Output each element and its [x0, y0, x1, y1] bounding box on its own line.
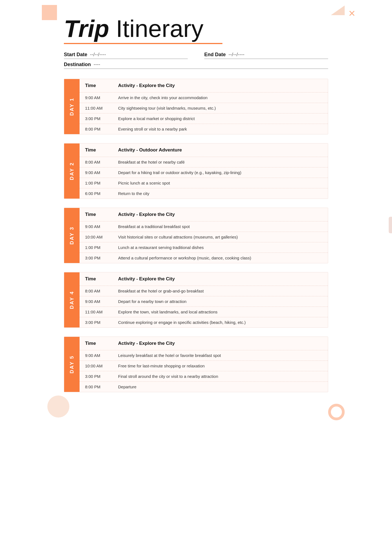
- activity-cell-5-2: Free time for last-minute shopping or re…: [118, 364, 322, 368]
- end-date-value: --/--/----: [228, 52, 244, 58]
- end-date-label: End Date: [204, 52, 226, 58]
- activity-cell-3-2: Visit historical sites or cultural attra…: [118, 235, 322, 239]
- time-cell-2-2: 9:00 AM: [85, 170, 118, 175]
- deco-x: ✕: [348, 8, 356, 19]
- day-row-4-3: 11:00 AMExplore the town, visit landmark…: [80, 307, 328, 317]
- activity-header-4: Activity - Explore the City: [118, 276, 322, 282]
- day-row-3-2: 10:00 AMVisit historical sites or cultur…: [80, 232, 328, 242]
- day-label-5: DAY 5: [64, 337, 80, 392]
- end-date-field[interactable]: End Date --/--/----: [204, 52, 328, 59]
- activity-cell-1-4: Evening stroll or visit to a nearby park: [118, 127, 322, 131]
- time-cell-3-4: 3:00 PM: [85, 256, 118, 260]
- activity-cell-5-4: Departure: [118, 384, 322, 389]
- time-cell-1-3: 3:00 PM: [85, 116, 118, 121]
- day-header-row-3: TimeActivity - Explore the City: [80, 208, 328, 221]
- activity-cell-4-2: Depart for a nearby town or attraction: [118, 299, 322, 304]
- destination-row: Destination ----: [64, 62, 328, 69]
- day-row-4-1: 8:00 AMBreakfast at the hotel or grab-an…: [80, 286, 328, 296]
- activity-cell-4-1: Breakfast at the hotel or grab-and-go br…: [118, 289, 322, 293]
- day-row-5-3: 3:00 PMFinal stroll around the city or v…: [80, 371, 328, 382]
- activity-cell-5-1: Leisurely breakfast at the hotel or favo…: [118, 353, 322, 358]
- day-block-1: DAY 1TimeActivity - Explore the City9:00…: [64, 79, 328, 134]
- day-row-1-1: 9:00 AMArrive in the city, check into yo…: [80, 93, 328, 103]
- day-block-4: DAY 4TimeActivity - Explore the City8:00…: [64, 272, 328, 328]
- day-row-2-4: 6:00 PMReturn to the city: [80, 188, 328, 199]
- activity-cell-2-2: Depart for a hiking trail or outdoor act…: [118, 170, 322, 175]
- page-title: Trip Itinerary: [64, 17, 328, 41]
- title-light: Itinerary: [109, 15, 203, 42]
- time-cell-4-1: 8:00 AM: [85, 289, 118, 293]
- time-cell-2-3: 1:00 PM: [85, 181, 118, 185]
- date-row: Start Date --/--/---- End Date --/--/---…: [64, 52, 328, 59]
- page-container: ✕ Trip Itinerary Start Date --/--/---- E…: [64, 0, 328, 423]
- activity-cell-5-3: Final stroll around the city or visit to…: [118, 374, 322, 379]
- day-header-row-2: TimeActivity - Outdoor Adventure: [80, 143, 328, 157]
- activity-cell-1-3: Explore a local market or shopping distr…: [118, 116, 322, 121]
- time-header-1: Time: [85, 83, 118, 88]
- deco-triangle: [331, 6, 345, 15]
- activity-cell-2-4: Return to the city: [118, 191, 322, 196]
- day-row-1-2: 11:00 AMCity sightseeing tour (visit lan…: [80, 103, 328, 113]
- time-cell-3-1: 9:00 AM: [85, 224, 118, 229]
- day-content-2: TimeActivity - Outdoor Adventure8:00 AMB…: [80, 143, 328, 199]
- days-container: DAY 1TimeActivity - Explore the City9:00…: [64, 79, 328, 392]
- time-header-4: Time: [85, 276, 118, 282]
- activity-header-3: Activity - Explore the City: [118, 212, 322, 217]
- day-row-2-3: 1:00 PMPicnic lunch at a scenic spot: [80, 178, 328, 188]
- time-cell-1-1: 9:00 AM: [85, 95, 118, 100]
- time-cell-2-4: 6:00 PM: [85, 191, 118, 196]
- time-cell-1-4: 8:00 PM: [85, 127, 118, 131]
- time-header-3: Time: [85, 212, 118, 217]
- time-header-2: Time: [85, 147, 118, 153]
- day-row-2-1: 8:00 AMBreakfast at the hotel or nearby …: [80, 157, 328, 167]
- time-cell-4-4: 3:00 PM: [85, 320, 118, 325]
- activity-cell-1-1: Arrive in the city, check into your acco…: [118, 95, 322, 100]
- day-content-3: TimeActivity - Explore the City9:00 AMBr…: [80, 208, 328, 263]
- title-bold: Trip: [64, 15, 109, 42]
- day-label-2: DAY 2: [64, 143, 80, 199]
- time-cell-5-2: 10:00 AM: [85, 364, 118, 368]
- day-content-5: TimeActivity - Explore the City9:00 AMLe…: [80, 337, 328, 392]
- destination-value: ----: [94, 62, 100, 67]
- activity-cell-1-2: City sightseeing tour (visit landmarks, …: [118, 106, 322, 110]
- day-row-5-1: 9:00 AMLeisurely breakfast at the hotel …: [80, 350, 328, 361]
- start-date-field[interactable]: Start Date --/--/----: [64, 52, 188, 59]
- day-row-3-4: 3:00 PMAttend a cultural performance or …: [80, 253, 328, 263]
- day-label-3: DAY 3: [64, 208, 80, 263]
- destination-field[interactable]: Destination ----: [64, 62, 328, 69]
- time-cell-3-3: 1:00 PM: [85, 245, 118, 250]
- activity-cell-2-1: Breakfast at the hotel or nearby café: [118, 160, 322, 164]
- deco-circle-left: [47, 395, 69, 418]
- day-row-3-3: 1:00 PMLunch at a restaurant serving tra…: [80, 242, 328, 253]
- time-cell-4-2: 9:00 AM: [85, 299, 118, 304]
- activity-header-2: Activity - Outdoor Adventure: [118, 147, 322, 153]
- scroll-indicator[interactable]: [389, 217, 392, 233]
- activity-cell-4-4: Continue exploring or engage in specific…: [118, 320, 322, 325]
- start-date-label: Start Date: [64, 52, 87, 58]
- day-row-4-2: 9:00 AMDepart for a nearby town or attra…: [80, 296, 328, 307]
- day-header-row-4: TimeActivity - Explore the City: [80, 272, 328, 286]
- day-row-1-3: 3:00 PMExplore a local market or shoppin…: [80, 113, 328, 124]
- time-cell-4-3: 11:00 AM: [85, 310, 118, 314]
- time-cell-5-4: 8:00 PM: [85, 384, 118, 389]
- day-label-1: DAY 1: [64, 79, 80, 134]
- deco-square: [42, 5, 57, 20]
- day-label-4: DAY 4: [64, 272, 80, 327]
- activity-header-5: Activity - Explore the City: [118, 341, 322, 346]
- deco-circle-right: [328, 404, 345, 420]
- time-cell-3-2: 10:00 AM: [85, 235, 118, 239]
- day-block-2: DAY 2TimeActivity - Outdoor Adventure8:0…: [64, 143, 328, 199]
- activity-cell-2-3: Picnic lunch at a scenic spot: [118, 181, 322, 185]
- day-row-2-2: 9:00 AMDepart for a hiking trail or outd…: [80, 167, 328, 178]
- day-header-row-1: TimeActivity - Explore the City: [80, 79, 328, 93]
- day-row-5-2: 10:00 AMFree time for last-minute shoppi…: [80, 361, 328, 371]
- day-header-row-5: TimeActivity - Explore the City: [80, 337, 328, 350]
- time-cell-1-2: 11:00 AM: [85, 106, 118, 110]
- header-underline: [64, 43, 328, 44]
- day-row-3-1: 9:00 AMBreakfast at a traditional breakf…: [80, 221, 328, 232]
- activity-header-1: Activity - Explore the City: [118, 83, 322, 88]
- activity-cell-4-3: Explore the town, visit landmarks, and l…: [118, 310, 322, 314]
- time-cell-5-1: 9:00 AM: [85, 353, 118, 358]
- day-row-1-4: 8:00 PMEvening stroll or visit to a near…: [80, 124, 328, 134]
- day-block-5: DAY 5TimeActivity - Explore the City9:00…: [64, 337, 328, 392]
